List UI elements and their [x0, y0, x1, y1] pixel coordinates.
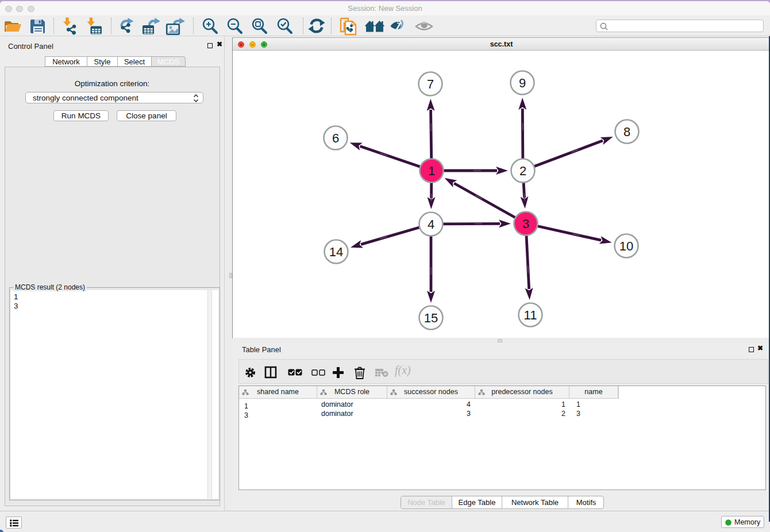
- svg-text:15: 15: [424, 311, 438, 325]
- svg-text:14: 14: [329, 245, 343, 259]
- svg-text:11: 11: [524, 308, 537, 322]
- svg-text:8: 8: [623, 125, 630, 139]
- svg-text:9: 9: [519, 76, 526, 90]
- svg-text:1: 1: [428, 164, 435, 178]
- svg-text:6: 6: [332, 131, 339, 145]
- svg-text:7: 7: [427, 77, 434, 91]
- svg-text:2: 2: [519, 164, 526, 178]
- svg-text:10: 10: [619, 239, 633, 253]
- svg-text:4: 4: [428, 217, 434, 232]
- svg-text:3: 3: [522, 217, 529, 231]
